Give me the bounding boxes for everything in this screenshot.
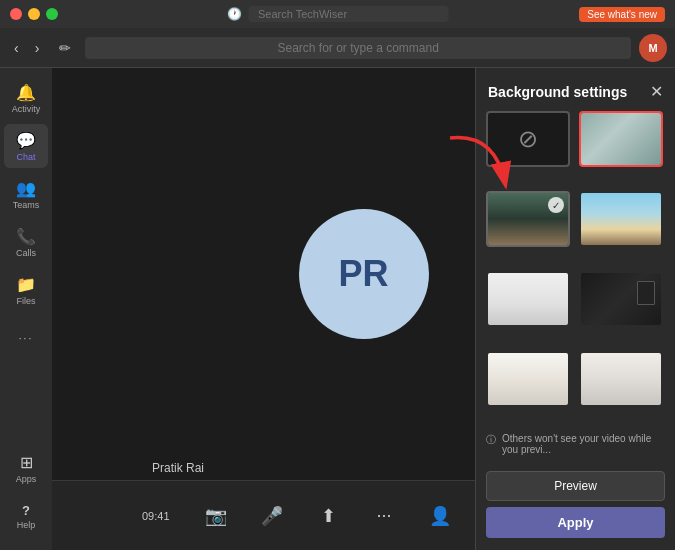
- bg-panel-header: Background settings ✕: [476, 68, 675, 111]
- bg-bedroom2-preview: [581, 353, 661, 405]
- traffic-lights: [10, 8, 58, 20]
- participants-button[interactable]: 👤: [422, 498, 458, 534]
- calls-label: Calls: [16, 248, 36, 258]
- bg-white-room-item[interactable]: [486, 271, 570, 327]
- title-bar-search-input[interactable]: [248, 6, 448, 22]
- back-button[interactable]: ‹: [8, 36, 25, 60]
- user-avatar[interactable]: M: [639, 34, 667, 62]
- sidebar-bottom: ⊞ Apps ? Help: [4, 446, 48, 542]
- sidebar-item-files[interactable]: 📁 Files: [4, 268, 48, 312]
- sidebar-item-help[interactable]: ? Help: [4, 494, 48, 538]
- bg-white-room-preview: [488, 273, 568, 325]
- nav-buttons: ‹ ›: [8, 36, 45, 60]
- sidebar-item-activity[interactable]: 🔔 Activity: [4, 76, 48, 120]
- caller-avatar: PR: [299, 209, 429, 339]
- title-bar: 🕐 See what's new: [0, 0, 675, 28]
- more-options-button[interactable]: ···: [366, 498, 402, 534]
- chat-icon: 💬: [16, 131, 36, 150]
- info-icon: ⓘ: [486, 433, 498, 447]
- activity-icon: 🔔: [16, 83, 36, 102]
- maximize-traffic-light[interactable]: [46, 8, 58, 20]
- command-search-input[interactable]: [85, 37, 631, 59]
- calls-icon: 📞: [16, 227, 36, 246]
- chat-label: Chat: [16, 152, 35, 162]
- whats-new-button[interactable]: See what's new: [579, 7, 665, 22]
- bg-blur-item[interactable]: [579, 111, 663, 167]
- apps-icon: ⊞: [20, 453, 33, 472]
- teams-label: Teams: [13, 200, 40, 210]
- sidebar: 🔔 Activity 💬 Chat 👥 Teams 📞 Calls 📁 File…: [0, 68, 52, 550]
- bg-panel-title: Background settings: [488, 84, 627, 100]
- sidebar-item-calls[interactable]: 📞 Calls: [4, 220, 48, 264]
- forward-button[interactable]: ›: [29, 36, 46, 60]
- bg-mountains-preview: [581, 193, 661, 245]
- content-area: PR 09:41 📷 🎤 ⬆ ··· 👤 📵 Pratik Rai Backgr…: [52, 68, 675, 550]
- share-button[interactable]: ⬆: [310, 498, 346, 534]
- caller-name: Pratik Rai: [152, 461, 204, 475]
- bg-panel-actions: Preview Apply: [476, 463, 675, 550]
- files-icon: 📁: [16, 275, 36, 294]
- sidebar-item-teams[interactable]: 👥 Teams: [4, 172, 48, 216]
- history-icon: 🕐: [227, 7, 242, 21]
- bg-grid: ⊘ ✓: [476, 111, 675, 425]
- minimize-traffic-light[interactable]: [28, 8, 40, 20]
- background-settings-panel: Background settings ✕ ⊘ ✓: [475, 68, 675, 550]
- sidebar-item-chat[interactable]: 💬 Chat: [4, 124, 48, 168]
- help-icon: ?: [22, 503, 30, 518]
- bg-bedroom2-item[interactable]: [579, 351, 663, 407]
- apps-label: Apps: [16, 474, 37, 484]
- compose-button[interactable]: ✏: [53, 36, 77, 60]
- title-bar-center: 🕐: [227, 6, 448, 22]
- main-layout: 🔔 Activity 💬 Chat 👥 Teams 📞 Calls 📁 File…: [0, 68, 675, 550]
- teams-icon: 👥: [16, 179, 36, 198]
- preview-button[interactable]: Preview: [486, 471, 665, 501]
- bg-panel-close-button[interactable]: ✕: [650, 82, 663, 101]
- bg-room1-item[interactable]: ✓: [486, 191, 570, 247]
- title-bar-right: See what's new: [579, 7, 665, 22]
- app-bar: ‹ › ✏ M: [0, 28, 675, 68]
- bg-blur-preview: [581, 113, 661, 165]
- help-label: Help: [17, 520, 36, 530]
- camera-button[interactable]: 📷: [198, 498, 234, 534]
- files-label: Files: [16, 296, 35, 306]
- mute-button[interactable]: 🎤: [254, 498, 290, 534]
- check-badge: ✓: [548, 197, 564, 213]
- bg-dark-room-preview: [581, 273, 661, 325]
- bg-bedroom1-preview: [488, 353, 568, 405]
- apply-button[interactable]: Apply: [486, 507, 665, 538]
- none-icon: ⊘: [518, 125, 538, 153]
- bg-panel-info: ⓘ Others won't see your video while you …: [476, 425, 675, 463]
- caller-initials: PR: [338, 253, 388, 295]
- sidebar-item-apps[interactable]: ⊞ Apps: [4, 446, 48, 490]
- more-icon: ···: [19, 333, 33, 344]
- bg-bedroom1-item[interactable]: [486, 351, 570, 407]
- activity-label: Activity: [12, 104, 41, 114]
- bg-dark-room-item[interactable]: [579, 271, 663, 327]
- close-traffic-light[interactable]: [10, 8, 22, 20]
- bg-mountains-item[interactable]: [579, 191, 663, 247]
- bg-panel-info-text: Others won't see your video while you pr…: [502, 433, 665, 455]
- bg-none-item[interactable]: ⊘: [486, 111, 570, 167]
- call-time: 09:41: [142, 510, 178, 522]
- sidebar-item-more[interactable]: ···: [4, 316, 48, 360]
